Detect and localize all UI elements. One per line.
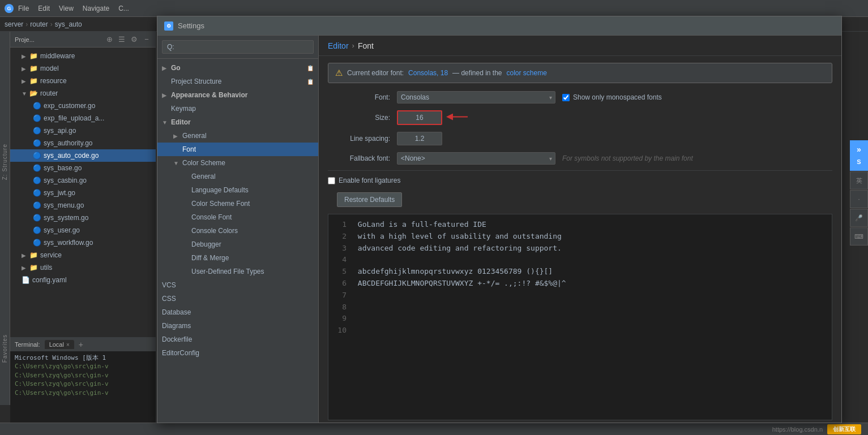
nav-item-cs-font[interactable]: Color Scheme Font bbox=[157, 197, 318, 210]
nav-label-font: Font bbox=[182, 145, 196, 153]
menu-view[interactable]: View bbox=[59, 5, 74, 12]
tree-item-utils[interactable]: ▶ 📁 utils bbox=[10, 261, 156, 274]
nav-item-go[interactable]: ▶ Go 📋 bbox=[157, 61, 318, 75]
tree-item-sys-api[interactable]: 🔵 sys_api.go bbox=[10, 124, 156, 137]
nav-item-console-font[interactable]: Console Font bbox=[157, 210, 318, 224]
warning-color-scheme-link[interactable]: color scheme bbox=[507, 69, 547, 77]
preview-line-8: 8 bbox=[335, 302, 825, 313]
font-select[interactable]: Consolas bbox=[397, 91, 555, 104]
nav-item-project-structure[interactable]: Project Structure 📋 bbox=[157, 75, 318, 88]
menu-code[interactable]: C... bbox=[118, 5, 129, 12]
monospace-checkbox[interactable] bbox=[562, 94, 570, 101]
go-icon: 🔵 bbox=[33, 214, 41, 222]
app-icon: G bbox=[5, 4, 14, 13]
panel-icon-list[interactable]: ☰ bbox=[117, 35, 126, 44]
tree-label: sys_user.go bbox=[44, 226, 80, 234]
tree-item-config[interactable]: 📄 config.yaml bbox=[10, 274, 156, 286]
nav-item-color-scheme[interactable]: ▼ Color Scheme bbox=[157, 156, 318, 170]
folder-icon: 📁 bbox=[29, 264, 38, 272]
nav-item-vcs[interactable]: VCS bbox=[157, 278, 318, 292]
tree-label: model bbox=[40, 64, 59, 72]
favorites-label: Favorites bbox=[2, 334, 8, 363]
warning-link[interactable]: Consolas, 18 bbox=[408, 69, 448, 77]
nav-item-dockerfile[interactable]: Dockerfile bbox=[157, 333, 318, 346]
preview-line-6: 6 ABCDEFGHIJKLMNOPQRSTUVWXYZ +-*/= .,;:!… bbox=[335, 278, 825, 290]
float-btn-1[interactable]: 英 bbox=[850, 171, 868, 189]
nav-item-general[interactable]: ▶ General bbox=[157, 129, 318, 143]
tree-item-resource[interactable]: ▶ 📁 resource bbox=[10, 75, 156, 87]
tree-item-sys-user[interactable]: 🔵 sys_user.go bbox=[10, 224, 156, 236]
panel-icon-settings[interactable]: ⚙ bbox=[130, 35, 139, 44]
fallback-select[interactable]: <None> bbox=[397, 152, 555, 165]
line-spacing-input[interactable]: 1.2 bbox=[397, 132, 442, 145]
terminal-tab-local[interactable]: Local × bbox=[45, 340, 74, 349]
menu-edit[interactable]: Edit bbox=[38, 5, 50, 12]
float-right-blue[interactable]: » bbox=[850, 140, 868, 158]
nav-item-database[interactable]: Database bbox=[157, 305, 318, 319]
preview-line-9: 9 bbox=[335, 313, 825, 325]
tree-item-sys-casbin[interactable]: 🔵 sys_casbin.go bbox=[10, 174, 156, 187]
terminal-close-btn[interactable]: × bbox=[66, 342, 70, 348]
panel-icon-minimize[interactable]: − bbox=[142, 35, 151, 44]
size-input[interactable]: 16 bbox=[397, 110, 442, 125]
nav-item-css[interactable]: CSS bbox=[157, 292, 318, 305]
nav-icon-go: 📋 bbox=[307, 65, 314, 71]
terminal-title: Terminal: bbox=[15, 341, 40, 348]
terminal-add-btn[interactable]: + bbox=[79, 340, 83, 349]
tree-item-exp-file[interactable]: 🔵 exp_file_upload_a... bbox=[10, 112, 156, 124]
menu-navigate[interactable]: Navigate bbox=[83, 5, 109, 12]
tree-item-sys-system[interactable]: 🔵 sys_system.go bbox=[10, 212, 156, 224]
tree-item-sys-authority[interactable]: 🔵 sys_authority.go bbox=[10, 137, 156, 149]
tree-item-sys-menu[interactable]: 🔵 sys_menu.go bbox=[10, 199, 156, 212]
menu-file[interactable]: File bbox=[18, 5, 29, 12]
settings-nav-tree: ▶ Go 📋 Project Structure 📋 ▶ bbox=[157, 59, 318, 423]
nav-item-font[interactable]: Font bbox=[157, 143, 318, 156]
preview-line-10: 10 bbox=[335, 325, 825, 337]
nav-item-console-colors[interactable]: Console Colors bbox=[157, 224, 318, 238]
fallback-label: Fallback font: bbox=[328, 154, 390, 162]
warning-text-pre: Current editor font: bbox=[347, 69, 404, 77]
line-spacing-row: Line spacing: 1.2 bbox=[319, 128, 841, 149]
tree-item-middleware[interactable]: ▶ 📁 middleware bbox=[10, 50, 156, 62]
nav-item-diagrams[interactable]: Diagrams bbox=[157, 319, 318, 333]
nav-item-cs-lang-defaults[interactable]: Language Defaults bbox=[157, 183, 318, 197]
nav-item-debugger[interactable]: Debugger bbox=[157, 238, 318, 251]
float-btn-4[interactable]: ⌨ bbox=[850, 227, 868, 246]
fallback-hint: For symbols not supported by the main fo… bbox=[562, 154, 693, 162]
tree-item-sys-workflow[interactable]: 🔵 sys_workflow.go bbox=[10, 236, 156, 249]
content-breadcrumb-parent[interactable]: Editor bbox=[328, 41, 349, 50]
nav-item-keymap[interactable]: Keymap bbox=[157, 102, 318, 115]
status-url: https://blog.csdn.n bbox=[772, 426, 823, 433]
folder-icon: 📁 bbox=[29, 77, 38, 85]
go-icon: 🔵 bbox=[33, 201, 41, 209]
nav-item-editorconfig[interactable]: EditorConfig bbox=[157, 346, 318, 360]
tree-item-exp-customer[interactable]: 🔵 exp_customer.go bbox=[10, 100, 156, 112]
tree-label: sys_menu.go bbox=[44, 201, 84, 209]
settings-search-input[interactable] bbox=[162, 40, 314, 54]
restore-defaults-button[interactable]: Restore Defaults bbox=[337, 192, 402, 207]
tree-item-model[interactable]: ▶ 📁 model bbox=[10, 62, 156, 75]
go-icon: 🔵 bbox=[33, 114, 41, 122]
preview-code-3: advanced code editing and refactoring su… bbox=[358, 244, 562, 252]
float-btn-3[interactable]: 🎤 bbox=[850, 209, 868, 227]
nav-item-appearance[interactable]: ▶ Appearance & Behavior bbox=[157, 88, 318, 102]
tree-item-service[interactable]: ▶ 📁 service bbox=[10, 249, 156, 261]
monospace-checkbox-row: Show only monospaced fonts bbox=[562, 93, 662, 101]
tree-item-router[interactable]: ▼ 📂 router bbox=[10, 87, 156, 100]
tree-label: sys_auto_code.go bbox=[44, 152, 99, 160]
nav-item-user-defined[interactable]: User-Defined File Types bbox=[157, 265, 318, 278]
nav-item-diff-merge[interactable]: Diff & Merge bbox=[157, 251, 318, 265]
tree-item-sys-auto[interactable]: 🔵 sys_auto_code.go bbox=[10, 149, 156, 162]
tree-item-sys-jwt[interactable]: 🔵 sys_jwt.go bbox=[10, 187, 156, 199]
preview-line-5: 5 abcdefghijklmnopqrstuvwxyz 0123456789 … bbox=[335, 266, 825, 278]
tree-item-sys-base[interactable]: 🔵 sys_base.go bbox=[10, 162, 156, 174]
float-btn-2[interactable]: · bbox=[850, 190, 868, 208]
ligatures-checkbox[interactable] bbox=[328, 177, 335, 184]
tree-label: service bbox=[40, 251, 62, 259]
panel-icon-add[interactable]: ⊕ bbox=[105, 35, 114, 44]
nav-item-editor[interactable]: ▼ Editor bbox=[157, 115, 318, 129]
nav-item-cs-general[interactable]: General bbox=[157, 170, 318, 183]
tree-label: sys_api.go bbox=[44, 127, 76, 135]
folder-icon: 📁 bbox=[29, 251, 38, 259]
go-icon: 🔵 bbox=[33, 102, 41, 110]
